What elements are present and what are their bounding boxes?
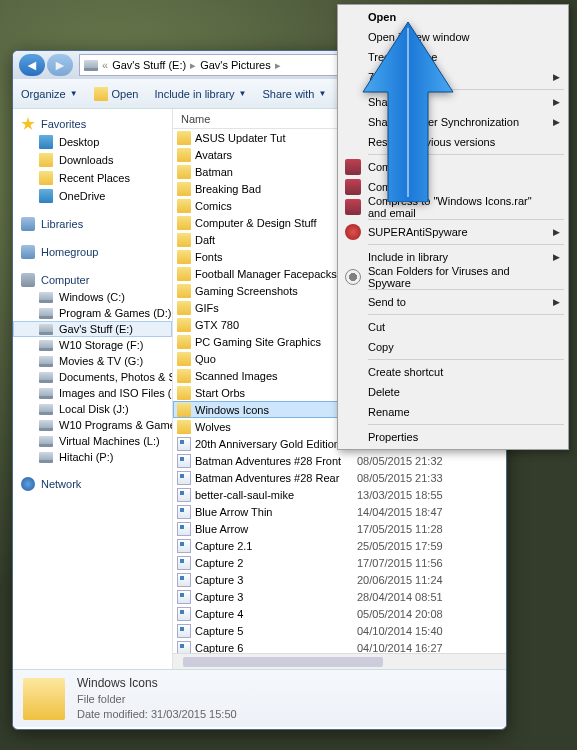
nav-drive-item[interactable]: Program & Games (D:) bbox=[13, 305, 172, 321]
image-file-icon bbox=[177, 471, 191, 485]
folder-icon bbox=[177, 301, 191, 315]
ctx-shared-sync[interactable]: Shared Folder Synchronization▶ bbox=[340, 112, 566, 132]
share-with-menu[interactable]: Share with▼ bbox=[263, 88, 327, 100]
folder-icon bbox=[39, 153, 53, 167]
breadcrumb-part[interactable]: Gav's Stuff (E:) bbox=[112, 59, 186, 71]
ctx-compress-email[interactable]: Compress to "Windows Icons.rar" and emai… bbox=[340, 197, 566, 217]
nav-fav-item[interactable]: Desktop bbox=[13, 133, 172, 151]
computer-icon bbox=[21, 273, 35, 287]
nav-homegroup[interactable]: Homegroup bbox=[13, 243, 172, 261]
folder-icon bbox=[177, 403, 191, 417]
ctx-scan[interactable]: Scan Folders for Viruses and Spyware bbox=[340, 267, 566, 287]
nav-drive-item[interactable]: W10 Programs & Games (K:) bbox=[13, 417, 172, 433]
ctx-open[interactable]: Open bbox=[340, 7, 566, 27]
breadcrumb-part[interactable]: Gav's Pictures bbox=[200, 59, 271, 71]
file-row[interactable]: Capture 320/06/2015 11:24 bbox=[173, 571, 506, 588]
file-name: Blue Arrow Thin bbox=[195, 506, 357, 518]
image-file-icon bbox=[177, 505, 191, 519]
nav-drive-item[interactable]: Windows (C:) bbox=[13, 289, 172, 305]
ctx-open-new-window[interactable]: Open in new window bbox=[340, 27, 566, 47]
file-row[interactable]: Capture 2.125/05/2015 17:59 bbox=[173, 537, 506, 554]
scan-icon bbox=[345, 269, 361, 285]
file-date: 17/07/2015 11:56 bbox=[357, 557, 467, 569]
nav-drive-item[interactable]: Documents, Photos & Stuff bbox=[13, 369, 172, 385]
drive-icon bbox=[39, 356, 53, 367]
submenu-arrow-icon: ▶ bbox=[553, 117, 560, 127]
file-name: Capture 2.1 bbox=[195, 540, 357, 552]
ctx-cut[interactable]: Cut bbox=[340, 317, 566, 337]
file-date: 20/06/2015 11:24 bbox=[357, 574, 467, 586]
nav-drive-item[interactable]: Local Disk (J:) bbox=[13, 401, 172, 417]
nav-fav-item[interactable]: Recent Places bbox=[13, 169, 172, 187]
file-name: Capture 2 bbox=[195, 557, 357, 569]
file-name: Capture 4 bbox=[195, 608, 357, 620]
nav-drive-item[interactable]: Gav's Stuff (E:) bbox=[13, 321, 172, 337]
separator bbox=[368, 359, 564, 360]
drive-icon bbox=[39, 436, 53, 447]
file-row[interactable]: Blue Arrow17/05/2015 11:28 bbox=[173, 520, 506, 537]
file-name: Fonts bbox=[195, 251, 357, 263]
nav-favorites[interactable]: Favorites bbox=[13, 115, 172, 133]
folder-icon bbox=[177, 216, 191, 230]
nav-forward-button[interactable]: ► bbox=[47, 54, 73, 76]
ctx-restore[interactable]: Restore previous versions bbox=[340, 132, 566, 152]
file-row[interactable]: Capture 217/07/2015 11:56 bbox=[173, 554, 506, 571]
ctx-send-to[interactable]: Send to▶ bbox=[340, 292, 566, 312]
superantispyware-icon bbox=[345, 224, 361, 240]
nav-drive-item[interactable]: Images and ISO Files (I:) bbox=[13, 385, 172, 401]
ctx-rename[interactable]: Rename bbox=[340, 402, 566, 422]
ctx-share-with[interactable]: Share with▶ bbox=[340, 92, 566, 112]
image-file-icon bbox=[177, 573, 191, 587]
nav-drive-item[interactable]: Movies & TV (G:) bbox=[13, 353, 172, 369]
nav-back-button[interactable]: ◄ bbox=[19, 54, 45, 76]
horizontal-scrollbar[interactable] bbox=[173, 653, 506, 669]
organize-menu[interactable]: Organize▼ bbox=[21, 88, 78, 100]
file-name: Quo bbox=[195, 353, 357, 365]
ctx-7zip[interactable]: 7-Zip▶ bbox=[340, 67, 566, 87]
file-row[interactable]: Batman Adventures #28 Rear08/05/2015 21:… bbox=[173, 469, 506, 486]
file-name: GIFs bbox=[195, 302, 357, 314]
nav-fav-item[interactable]: Downloads bbox=[13, 151, 172, 169]
ctx-compress[interactable]: Compress bbox=[340, 177, 566, 197]
image-file-icon bbox=[177, 437, 191, 451]
ctx-compress[interactable]: Compress bbox=[340, 157, 566, 177]
ctx-superantispyware[interactable]: SUPERAntiSpyware▶ bbox=[340, 222, 566, 242]
folder-icon bbox=[177, 165, 191, 179]
file-row[interactable]: Blue Arrow Thin14/04/2015 18:47 bbox=[173, 503, 506, 520]
file-row[interactable]: Capture 504/10/2014 15:40 bbox=[173, 622, 506, 639]
image-file-icon bbox=[177, 607, 191, 621]
drive-icon bbox=[39, 388, 53, 399]
ctx-include-library[interactable]: Include in library▶ bbox=[340, 247, 566, 267]
file-row[interactable]: better-call-saul-mike13/03/2015 18:55 bbox=[173, 486, 506, 503]
nav-drive-item[interactable]: W10 Storage (F:) bbox=[13, 337, 172, 353]
folder-icon bbox=[177, 352, 191, 366]
nav-network[interactable]: Network bbox=[13, 475, 172, 493]
include-library-menu[interactable]: Include in library▼ bbox=[154, 88, 246, 100]
nav-drive-item[interactable]: Virtual Machines (L:) bbox=[13, 433, 172, 449]
ctx-delete[interactable]: Delete bbox=[340, 382, 566, 402]
col-name-header[interactable]: Name bbox=[173, 113, 353, 125]
folder-icon bbox=[177, 420, 191, 434]
file-row[interactable]: Capture 405/05/2014 20:08 bbox=[173, 605, 506, 622]
ctx-treesize[interactable]: TreeSize Free bbox=[340, 47, 566, 67]
separator bbox=[368, 314, 564, 315]
ctx-create-shortcut[interactable]: Create shortcut bbox=[340, 362, 566, 382]
file-name: Gaming Screenshots bbox=[195, 285, 357, 297]
file-row[interactable]: Capture 604/10/2014 16:27 bbox=[173, 639, 506, 653]
file-date: 04/10/2014 15:40 bbox=[357, 625, 467, 637]
folder-icon bbox=[177, 386, 191, 400]
nav-drive-item[interactable]: Hitachi (P:) bbox=[13, 449, 172, 465]
open-button[interactable]: Open bbox=[94, 87, 139, 101]
file-date: 08/05/2015 21:32 bbox=[357, 455, 467, 467]
drive-icon bbox=[39, 324, 53, 335]
details-type: File folder bbox=[77, 692, 237, 707]
nav-computer[interactable]: Computer bbox=[13, 271, 172, 289]
file-name: Scanned Images bbox=[195, 370, 357, 382]
file-row[interactable]: Batman Adventures #28 Front08/05/2015 21… bbox=[173, 452, 506, 469]
ctx-copy[interactable]: Copy bbox=[340, 337, 566, 357]
nav-fav-item[interactable]: OneDrive bbox=[13, 187, 172, 205]
ctx-properties[interactable]: Properties bbox=[340, 427, 566, 447]
drive-icon bbox=[39, 420, 53, 431]
file-row[interactable]: Capture 328/04/2014 08:51 bbox=[173, 588, 506, 605]
nav-libraries[interactable]: Libraries bbox=[13, 215, 172, 233]
